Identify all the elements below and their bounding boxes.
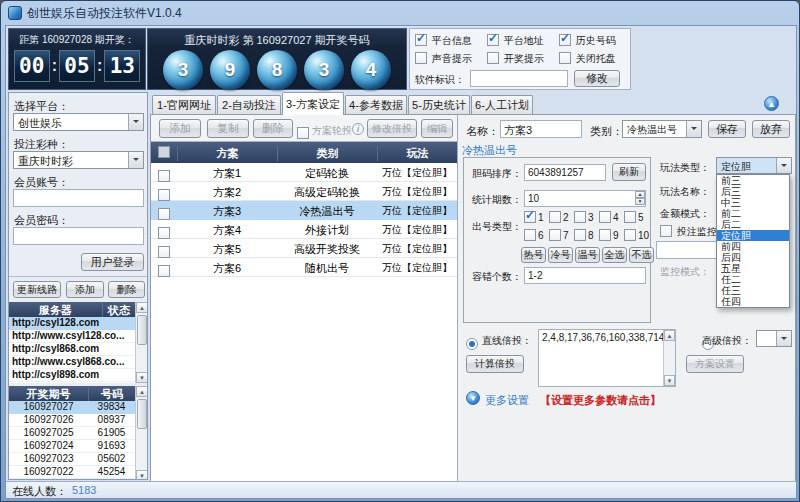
table-row[interactable]: 160927022 45254	[9, 466, 135, 479]
select-all-button[interactable]: 全选	[602, 247, 627, 263]
number-checkbox[interactable]	[549, 211, 561, 223]
save-button[interactable]: 保存	[708, 120, 746, 138]
edit-button[interactable]: 编辑	[421, 119, 453, 138]
periods-input[interactable]: 10	[524, 190, 646, 207]
tab-official-site[interactable]: 1-官网网址	[152, 95, 216, 115]
table-row[interactable]: http://csyl128.com	[9, 317, 135, 330]
scroll-up-icon[interactable]: ▲	[136, 386, 148, 397]
lottery-select[interactable]: 重庆时时彩	[13, 151, 144, 169]
play-type-select[interactable]: 定位胆	[716, 157, 792, 174]
number-checkbox[interactable]	[549, 229, 561, 241]
warm-button[interactable]: 温号	[575, 247, 600, 263]
copy-button[interactable]: 复制	[207, 119, 249, 138]
row-checkbox[interactable]	[158, 227, 170, 239]
table-row[interactable]: 方案5 高级开奖投奖 万位【定位胆】	[151, 239, 457, 258]
select-none-button[interactable]: 不选	[629, 247, 654, 263]
expand-icon[interactable]: ▼	[466, 391, 480, 405]
row-checkbox[interactable]	[158, 170, 170, 182]
table-row[interactable]: 方案1 定码轮换 万位【定位胆】	[151, 163, 457, 182]
chevron-down-icon[interactable]	[128, 114, 143, 130]
adv-bet-select[interactable]	[756, 330, 792, 347]
tab-history-stats[interactable]: 5-历史统计	[408, 95, 470, 115]
update-line-button[interactable]: 更新线路	[13, 281, 61, 298]
dan-order-input[interactable]: 6043891257	[524, 164, 606, 181]
scroll-thumb[interactable]	[137, 315, 147, 345]
dropdown-item[interactable]: 五星	[717, 263, 789, 274]
spinner-down-icon[interactable]: ▼	[635, 198, 645, 205]
table-row[interactable]: 方案4 外接计划 万位【定位胆】	[151, 220, 457, 239]
option-checkbox[interactable]	[487, 52, 499, 64]
delete-button[interactable]: 删除	[253, 119, 293, 138]
table-row[interactable]: http://csyl868.com	[9, 343, 135, 356]
option-checkbox[interactable]	[415, 52, 427, 64]
tolerance-input[interactable]: 1-2	[524, 267, 646, 284]
tab-auto-bet[interactable]: 2-自动投注	[217, 95, 281, 115]
software-id-input[interactable]	[470, 70, 568, 87]
chevron-down-icon[interactable]	[776, 158, 791, 173]
scroll-down-icon[interactable]: ▼	[136, 372, 148, 383]
password-input[interactable]	[13, 227, 144, 245]
row-checkbox[interactable]	[158, 246, 170, 258]
category-select[interactable]: 冷热温出号	[622, 120, 702, 138]
table-row[interactable]: 方案3 冷热温出号 万位【定位胆】	[151, 201, 457, 220]
dropdown-item[interactable]: 后二	[717, 219, 789, 230]
scrollbar[interactable]: ▲ ▼	[135, 302, 148, 383]
discard-button[interactable]: 放弃	[752, 120, 790, 138]
modify-button[interactable]: 修改	[574, 70, 620, 87]
tab-reference-data[interactable]: 4-参考数据	[345, 95, 407, 115]
chevron-down-icon[interactable]	[686, 121, 701, 137]
more-settings-link[interactable]: 更多设置	[485, 393, 529, 408]
number-checkbox[interactable]	[599, 229, 611, 241]
rotate-checkbox[interactable]	[297, 127, 309, 139]
scroll-thumb[interactable]	[137, 399, 147, 429]
name-input[interactable]: 方案3	[500, 120, 582, 138]
dropdown-item[interactable]: 前三	[717, 175, 789, 186]
dropdown-item[interactable]: 中三	[717, 197, 789, 208]
number-checkbox[interactable]	[624, 211, 636, 223]
option-checkbox[interactable]	[559, 52, 571, 64]
table-row[interactable]: 方案6 随机出号 万位【定位胆】	[151, 258, 457, 277]
dropdown-item[interactable]: 定位胆	[717, 230, 789, 241]
dropdown-item[interactable]: 前二	[717, 208, 789, 219]
add-line-button[interactable]: 添加	[66, 281, 104, 298]
scroll-up-icon[interactable]: ▲	[664, 330, 675, 341]
option-checkbox[interactable]	[559, 34, 571, 46]
refresh-button[interactable]: 刷新	[612, 163, 646, 181]
modify-multiple-button[interactable]: 修改倍投	[367, 119, 417, 138]
chevron-down-icon[interactable]	[776, 331, 791, 346]
scroll-up-icon[interactable]: ▲	[136, 302, 148, 313]
row-checkbox[interactable]	[158, 189, 170, 201]
tab-manual-plan[interactable]: 6-人工计划	[471, 95, 533, 115]
dropdown-item[interactable]: 后四	[717, 252, 789, 263]
table-row[interactable]: 160927024 91693	[9, 440, 135, 453]
monitor-checkbox[interactable]	[660, 225, 672, 237]
dropdown-item[interactable]: 前四	[717, 241, 789, 252]
plan-settings-button[interactable]: 方案设置	[686, 355, 744, 373]
dropdown-item[interactable]: 任二	[717, 274, 789, 285]
table-row[interactable]: http://www.csyl868.co...	[9, 356, 135, 369]
chevron-down-icon[interactable]	[128, 152, 143, 168]
option-checkbox[interactable]	[487, 34, 499, 46]
login-button[interactable]: 用户登录	[81, 253, 144, 271]
dropdown-item[interactable]: 任三	[717, 285, 789, 296]
dropdown-item[interactable]: 后三	[717, 186, 789, 197]
option-checkbox[interactable]	[415, 34, 427, 46]
hot-button[interactable]: 热号	[521, 247, 546, 263]
table-row[interactable]: 160927025 61905	[9, 427, 135, 440]
table-row[interactable]: 160927023 05602	[9, 453, 135, 466]
table-row[interactable]: 方案2 高级定码轮换 万位【定位胆】	[151, 182, 457, 201]
select-all-checkbox[interactable]	[158, 146, 170, 158]
number-checkbox[interactable]	[574, 211, 586, 223]
table-row[interactable]: 160927027 39834	[9, 401, 135, 414]
table-row[interactable]: http://www.csyl128.co...	[9, 330, 135, 343]
add-button[interactable]: 添加	[159, 119, 201, 138]
number-checkbox[interactable]	[574, 229, 586, 241]
number-checkbox[interactable]	[524, 211, 536, 223]
table-row[interactable]: http://csyl898.com	[9, 369, 135, 382]
dropdown-item[interactable]: 任四	[717, 296, 789, 307]
calc-button[interactable]: 计算倍投	[466, 355, 524, 373]
collapse-arrow-icon[interactable]: ▲	[764, 96, 779, 111]
line-bet-radio[interactable]	[466, 338, 478, 350]
number-checkbox[interactable]	[524, 229, 536, 241]
number-checkbox[interactable]	[624, 229, 636, 241]
